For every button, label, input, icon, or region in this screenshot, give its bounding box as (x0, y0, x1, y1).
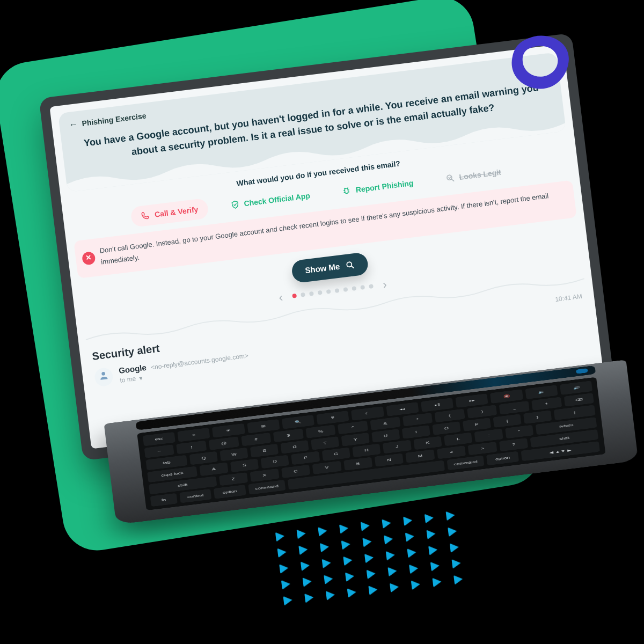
email-subject: Security alert (91, 342, 160, 362)
chevron-down-icon: ▾ (138, 374, 143, 382)
close-circle-icon: ✕ (82, 251, 96, 266)
recipient-label: to me (120, 375, 136, 384)
show-me-button[interactable]: Show Me (291, 252, 369, 283)
pager-dot[interactable] (335, 288, 340, 293)
touch-id-icon (576, 368, 588, 374)
choice-check-official-app[interactable]: Check Official App (219, 184, 321, 216)
pager-dots (292, 284, 374, 298)
pager-dot[interactable] (292, 293, 297, 298)
person-icon (98, 370, 110, 384)
email-timestamp: 10:41 AM (555, 292, 583, 303)
search-check-icon (445, 173, 456, 184)
pager-dot[interactable] (309, 291, 314, 296)
shield-check-icon (230, 199, 240, 210)
bug-report-icon (341, 186, 352, 196)
pager-dot[interactable] (326, 289, 331, 294)
choice-label: Call & Verify (154, 205, 199, 219)
choice-label: Looks Legit (459, 168, 502, 181)
choice-label: Check Official App (244, 191, 311, 208)
chevron-right-icon[interactable]: › (378, 277, 392, 292)
show-me-label: Show Me (304, 262, 340, 275)
decorative-triangles (275, 509, 470, 605)
magnifier-icon (345, 260, 355, 270)
pager-dot[interactable] (369, 284, 374, 289)
choice-report-phishing[interactable]: Report Phishing (331, 172, 424, 203)
sender-name: Google (118, 362, 147, 375)
svg-point-2 (101, 372, 105, 376)
pager-dot[interactable] (352, 286, 356, 291)
chevron-left-icon[interactable]: ‹ (274, 290, 288, 305)
pager-dot[interactable] (343, 287, 348, 292)
pager-dot[interactable] (360, 285, 365, 290)
choice-call-verify[interactable]: Call & Verify (130, 198, 209, 228)
pager-dot[interactable] (301, 292, 305, 297)
arrow-left-icon: ← (69, 120, 78, 129)
choice-label: Report Phishing (355, 179, 414, 194)
phone-icon (140, 210, 151, 221)
sender-avatar (93, 367, 114, 387)
pager-dot[interactable] (318, 290, 323, 295)
choice-looks-legit[interactable]: Looks Legit (435, 160, 512, 190)
breadcrumb-label: Phishing Exercise (82, 111, 147, 128)
brand-play-logo (504, 32, 574, 94)
